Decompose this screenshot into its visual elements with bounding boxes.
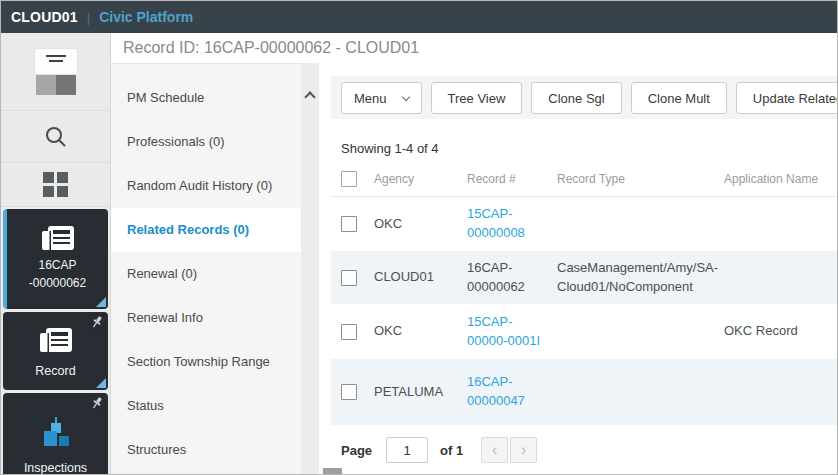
agency-cell: OKC xyxy=(365,322,467,341)
record-number-cell: 16CAP-00000062 xyxy=(467,259,557,297)
agency-cell: OKC xyxy=(365,215,467,234)
nav-item-random-audit-history[interactable]: Random Audit History (0) xyxy=(111,164,301,208)
results-summary: Showing 1-4 of 4 xyxy=(341,141,439,156)
page-label: Page xyxy=(341,443,372,458)
agency-cell: PETALUMA xyxy=(365,383,467,402)
column-header-agency: Agency xyxy=(365,172,467,186)
page-title: Record ID: 16CAP-00000062 - CLOUD01 xyxy=(123,39,419,57)
record-nav-panel: PM Schedule Professionals (0) Random Aud… xyxy=(111,63,301,475)
related-records-panel: Menu Tree View Clone Sgl Clone Mult Upda… xyxy=(331,63,838,475)
tab-record[interactable]: Record xyxy=(3,312,108,390)
nav-item-pm-schedule[interactable]: PM Schedule xyxy=(111,76,301,120)
previous-page-button[interactable]: ‹ xyxy=(481,437,508,463)
row-checkbox[interactable] xyxy=(341,216,357,232)
search-button[interactable] xyxy=(1,111,110,163)
tree-view-button[interactable]: Tree View xyxy=(431,82,523,114)
tab-label: Record xyxy=(3,364,108,378)
record-link[interactable]: 15CAP-00000-0001I xyxy=(467,314,540,348)
app-title: Civic Platform xyxy=(99,9,193,25)
toolbar: Menu Tree View Clone Sgl Clone Mult Upda… xyxy=(331,76,838,119)
nav-item-renewal-info[interactable]: Renewal Info xyxy=(111,296,301,340)
table-row: OKC 15CAP-00000008 xyxy=(331,197,838,251)
apps-grid-button[interactable] xyxy=(1,163,110,207)
pagination: Page of 1 ‹ › xyxy=(341,435,537,465)
agency-cell: CLOUD01 xyxy=(365,268,467,287)
resize-corner-icon[interactable] xyxy=(96,297,106,307)
nav-scrollbar[interactable] xyxy=(301,63,319,475)
pin-icon[interactable] xyxy=(87,312,106,331)
next-page-button[interactable]: › xyxy=(510,437,537,463)
page-number-input[interactable] xyxy=(386,437,428,463)
table-row: CLOUD01 16CAP-00000062 CaseManagement/Am… xyxy=(331,251,838,304)
row-checkbox[interactable] xyxy=(341,270,357,286)
page-count-label: of 1 xyxy=(440,443,463,458)
update-related-button[interactable]: Update Related xyxy=(736,82,838,114)
search-icon xyxy=(44,125,68,149)
table-row: PETALUMA 16CAP-00000047 xyxy=(331,359,838,425)
record-type-cell: CaseManagement/Amy/SA-Cloud01/NoComponen… xyxy=(557,259,724,297)
nav-item-professionals[interactable]: Professionals (0) xyxy=(111,120,301,164)
topbar: CLOUD01 | Civic Platform xyxy=(1,1,838,33)
horizontal-scrollbar-thumb[interactable] xyxy=(323,468,342,475)
clone-sgl-button[interactable]: Clone Sgl xyxy=(531,82,621,114)
brand-separator: | xyxy=(87,10,90,25)
nav-item-renewal[interactable]: Renewal (0) xyxy=(111,252,301,296)
nav-item-section-township-range[interactable]: Section Township Range xyxy=(111,340,301,384)
launchpad-icon xyxy=(35,49,77,95)
record-link[interactable]: 15CAP-00000008 xyxy=(467,206,525,240)
select-all-checkbox[interactable] xyxy=(341,171,357,187)
resize-corner-icon[interactable] xyxy=(96,378,106,388)
agency-name: CLOUD01 xyxy=(11,9,78,25)
tab-label-line2: -00000062 xyxy=(7,274,108,292)
inspections-hierarchy-icon xyxy=(38,415,74,451)
pin-icon[interactable] xyxy=(87,393,106,412)
menu-dropdown-button[interactable]: Menu xyxy=(341,82,422,114)
chevron-up-icon[interactable] xyxy=(304,91,315,102)
table-header-row: Agency Record # Record Type Application … xyxy=(331,161,838,197)
clone-mult-button[interactable]: Clone Mult xyxy=(631,82,727,114)
record-document-icon xyxy=(38,326,74,354)
column-header-record-type: Record Type xyxy=(557,172,724,186)
column-header-application-name: Application Name xyxy=(724,172,838,186)
row-checkbox[interactable] xyxy=(341,324,357,340)
open-record-tabs: 16CAP -00000062 xyxy=(1,207,110,475)
tab-label-line1: 16CAP xyxy=(7,256,108,274)
row-checkbox[interactable] xyxy=(341,384,357,400)
tab-label: Inspections xyxy=(3,461,108,475)
record-link[interactable]: 16CAP-00000047 xyxy=(467,374,525,408)
nav-item-status[interactable]: Status xyxy=(111,384,301,428)
table-body: OKC 15CAP-00000008 CLOUD01 16CAP-0000006… xyxy=(331,197,838,425)
tab-record-16cap-00000062[interactable]: 16CAP -00000062 xyxy=(3,209,108,309)
chevron-down-icon xyxy=(401,92,409,100)
record-header: Record ID: 16CAP-00000062 - CLOUD01 xyxy=(111,33,838,63)
grid-icon xyxy=(43,172,68,197)
nav-item-structures[interactable]: Structures xyxy=(111,428,301,472)
tab-inspections[interactable]: Inspections xyxy=(3,393,108,475)
launchpad-button[interactable] xyxy=(1,33,110,111)
table-row: OKC 15CAP-00000-0001I OKC Record xyxy=(331,304,838,359)
nav-item-related-records[interactable]: Related Records (0) xyxy=(111,208,301,252)
column-header-record-number: Record # xyxy=(467,172,557,186)
civic-platform-window: CLOUD01 | Civic Platform xyxy=(0,0,838,475)
left-icon-rail: 16CAP -00000062 xyxy=(1,33,111,475)
menu-button-label: Menu xyxy=(354,91,387,106)
application-name-cell: OKC Record xyxy=(724,322,838,341)
record-document-icon xyxy=(40,224,76,252)
